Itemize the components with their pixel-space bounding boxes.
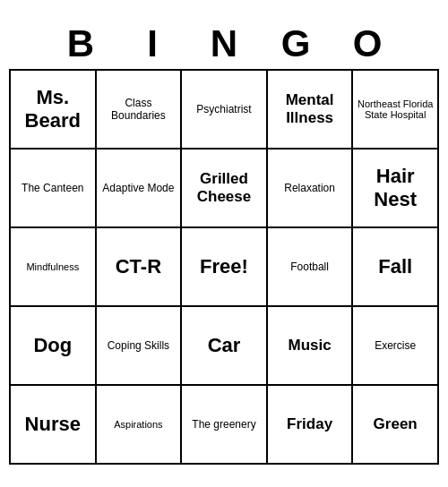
cell-r4-c4: Green — [353, 386, 439, 465]
cell-r1-c1: Adaptive Mode — [97, 150, 183, 228]
cell-r0-c3: Mental Illness — [268, 71, 354, 150]
cell-r1-c0: The Canteen — [11, 150, 97, 228]
cell-r4-c0: Nurse — [11, 386, 97, 465]
cell-r0-c2: Psychiatrist — [182, 71, 268, 150]
cell-r4-c3: Friday — [268, 386, 354, 465]
bingo-grid: Ms. BeardClass BoundariesPsychiatristMen… — [9, 69, 439, 465]
cell-r3-c1: Coping Skills — [97, 307, 183, 386]
cell-r0-c1: Class Boundaries — [97, 71, 183, 150]
cell-r3-c3: Music — [268, 307, 354, 386]
cell-r2-c3: Football — [268, 228, 354, 307]
cell-text-r4-c1: Aspirations — [114, 419, 162, 430]
cell-text-r1-c4: Hair Nest — [357, 165, 434, 211]
cell-text-r0-c3: Mental Illness — [271, 91, 349, 127]
cell-r0-c4: Northeast Florida State Hospital — [353, 71, 439, 150]
cell-r3-c4: Exercise — [353, 307, 439, 386]
bingo-letter-g: G — [260, 22, 332, 65]
cell-r0-c0: Ms. Beard — [11, 71, 97, 150]
cell-text-r1-c2: Grilled Cheese — [185, 170, 263, 206]
bingo-letter-n: N — [188, 22, 260, 65]
cell-text-r3-c2: Car — [208, 334, 241, 357]
cell-text-r0-c0: Ms. Beard — [14, 86, 91, 132]
bingo-letter-i: I — [116, 22, 188, 65]
cell-text-r4-c0: Nurse — [25, 413, 81, 436]
cell-text-r1-c0: The Canteen — [22, 182, 83, 194]
cell-text-r0-c4: Northeast Florida State Hospital — [357, 98, 434, 120]
cell-r1-c4: Hair Nest — [353, 150, 439, 228]
cell-r2-c4: Fall — [353, 228, 439, 307]
bingo-title: BINGO — [9, 22, 439, 65]
bingo-card: BINGO Ms. BeardClass BoundariesPsychiatr… — [9, 22, 439, 465]
cell-text-r3-c3: Music — [289, 337, 332, 355]
cell-text-r3-c1: Coping Skills — [108, 339, 169, 352]
cell-r2-c0: Mindfulness — [11, 228, 97, 307]
cell-r4-c1: Aspirations — [97, 386, 183, 465]
cell-text-r1-c3: Relaxation — [284, 182, 335, 194]
cell-text-r2-c3: Football — [290, 261, 329, 273]
cell-text-r2-c1: CT-R — [116, 255, 161, 278]
cell-r3-c0: Dog — [11, 307, 97, 386]
cell-text-r0-c2: Psychiatrist — [196, 103, 251, 115]
cell-text-r3-c4: Exercise — [375, 339, 416, 352]
bingo-letter-b: B — [45, 22, 116, 65]
cell-text-r1-c1: Adaptive Mode — [102, 182, 174, 194]
cell-text-r2-c4: Fall — [378, 255, 412, 278]
cell-r2-c1: CT-R — [97, 228, 183, 307]
cell-text-r4-c3: Friday — [287, 415, 332, 433]
cell-r1-c2: Grilled Cheese — [182, 150, 268, 228]
cell-text-r2-c0: Mindfulness — [26, 261, 79, 272]
cell-text-r3-c0: Dog — [33, 334, 72, 357]
bingo-letter-o: O — [332, 22, 403, 65]
cell-r4-c2: The greenery — [182, 386, 268, 465]
cell-text-r2-c2: Free! — [200, 255, 248, 278]
cell-text-r4-c2: The greenery — [192, 418, 255, 431]
cell-text-r0-c1: Class Boundaries — [100, 97, 177, 122]
cell-r1-c3: Relaxation — [268, 150, 354, 228]
cell-r3-c2: Car — [182, 307, 268, 386]
cell-text-r4-c4: Green — [374, 415, 418, 433]
cell-r2-c2: Free! — [182, 228, 268, 307]
